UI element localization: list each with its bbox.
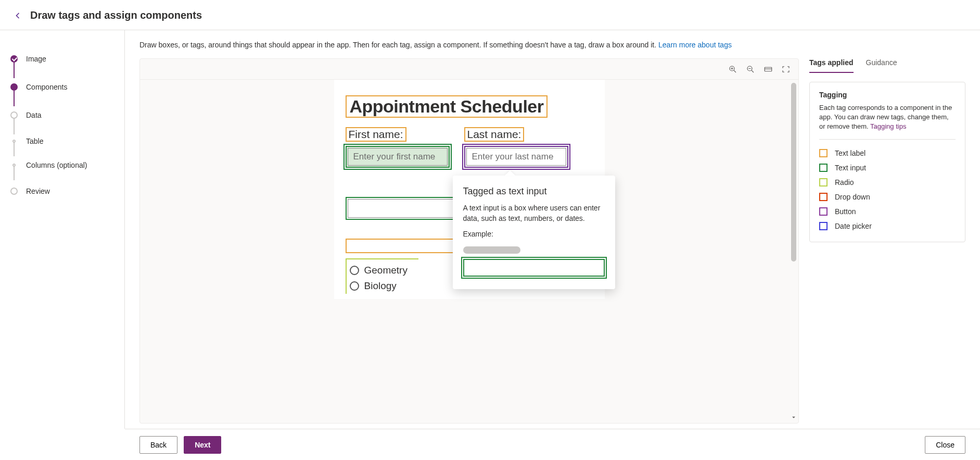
- fit-screen-icon[interactable]: [781, 64, 791, 74]
- tagging-canvas[interactable]: Appointment Scheduler First name: Enter …: [139, 58, 799, 424]
- step-label: Review: [26, 187, 50, 195]
- step-label: Image: [26, 55, 46, 63]
- back-button[interactable]: Back: [139, 436, 177, 454]
- zoom-out-icon[interactable]: [745, 64, 756, 74]
- popover-example-label: Example:: [463, 230, 605, 238]
- legend-button[interactable]: Button: [819, 204, 956, 219]
- close-button[interactable]: Close: [925, 436, 965, 454]
- tab-tags-applied[interactable]: Tags applied: [809, 58, 854, 73]
- step-bullet-done-icon: [10, 55, 18, 63]
- swatch-icon: [819, 149, 828, 157]
- page-title: Draw tags and assign components: [30, 9, 202, 21]
- tab-guidance[interactable]: Guidance: [866, 58, 897, 73]
- popover-title: Tagged as text input: [463, 186, 605, 197]
- step-bullet-icon: [10, 111, 18, 119]
- zoom-in-icon[interactable]: [728, 64, 738, 74]
- legend-label: Text input: [835, 164, 866, 172]
- svg-rect-2: [765, 67, 772, 71]
- legend-label: Date picker: [835, 222, 872, 230]
- step-bullet-icon: [10, 188, 18, 195]
- example-text-input: [463, 259, 605, 277]
- first-name-placeholder: Enter your first name: [348, 148, 448, 166]
- tagging-panel: Tagging Each tag corresponds to a compon…: [809, 82, 965, 242]
- step-subbullet-icon: [12, 164, 16, 167]
- tag-first-name-label[interactable]: First name:: [346, 127, 406, 142]
- radio-biology[interactable]: Biology: [350, 278, 414, 294]
- legend-label: Button: [835, 207, 856, 216]
- panel-title: Tagging: [819, 91, 956, 99]
- step-label: Table: [26, 137, 43, 145]
- last-name-placeholder: Enter your last name: [466, 148, 566, 166]
- example-placeholder-pill: [463, 246, 520, 254]
- radio-label: Geometry: [364, 265, 408, 276]
- step-label: Components: [26, 83, 67, 91]
- swatch-icon: [819, 207, 828, 216]
- wizard-sidebar: Image Components Data Table Columns (opt…: [0, 30, 125, 429]
- step-components[interactable]: Components: [10, 73, 114, 101]
- tag-info-popover: Tagged as text input A text input is a b…: [453, 176, 615, 289]
- radio-icon: [350, 266, 359, 275]
- legend-label: Radio: [835, 178, 854, 187]
- legend-label: Text label: [835, 149, 866, 157]
- canvas-scrollbar[interactable]: [791, 83, 796, 262]
- legend-drop-down[interactable]: Drop down: [819, 190, 956, 204]
- next-button[interactable]: Next: [184, 436, 221, 454]
- tag-last-name-label[interactable]: Last name:: [464, 127, 525, 142]
- tag-legend: Text label Text input Radio Drop do: [819, 139, 956, 233]
- instruction-text: Draw boxes, or tags, around things that …: [139, 41, 965, 49]
- legend-text-input[interactable]: Text input: [819, 160, 956, 175]
- tagging-tips-link[interactable]: Tagging tips: [870, 122, 906, 130]
- step-label: Columns (optional): [26, 161, 87, 169]
- tag-first-name-input[interactable]: Enter your first name: [346, 146, 450, 168]
- swatch-icon: [819, 193, 828, 201]
- step-columns[interactable]: Columns (optional): [10, 153, 114, 177]
- step-bullet-active-icon: [10, 83, 18, 91]
- swatch-icon: [819, 178, 828, 187]
- radio-label: Biology: [364, 280, 397, 292]
- popover-body: A text input is a box where users can en…: [463, 203, 605, 223]
- back-arrow-icon[interactable]: [12, 10, 23, 21]
- fit-width-icon[interactable]: [763, 64, 773, 74]
- legend-label: Drop down: [835, 193, 870, 201]
- step-table[interactable]: Table: [10, 129, 114, 153]
- scroll-down-icon[interactable]: [790, 414, 797, 421]
- step-data[interactable]: Data: [10, 101, 114, 129]
- legend-date-picker[interactable]: Date picker: [819, 219, 956, 233]
- step-label: Data: [26, 111, 42, 119]
- step-image[interactable]: Image: [10, 45, 114, 73]
- tag-radio-group[interactable]: Geometry Biology: [346, 258, 418, 294]
- swatch-icon: [819, 164, 828, 172]
- tag-title[interactable]: Appointment Scheduler: [346, 95, 548, 118]
- swatch-icon: [819, 222, 828, 230]
- learn-more-link[interactable]: Learn more about tags: [658, 41, 732, 49]
- legend-radio[interactable]: Radio: [819, 175, 956, 190]
- radio-icon: [350, 281, 359, 291]
- step-review[interactable]: Review: [10, 177, 114, 205]
- legend-text-label[interactable]: Text label: [819, 146, 956, 160]
- radio-geometry[interactable]: Geometry: [350, 263, 414, 278]
- tag-last-name-input[interactable]: Enter your last name: [464, 146, 568, 168]
- step-subbullet-icon: [12, 140, 16, 143]
